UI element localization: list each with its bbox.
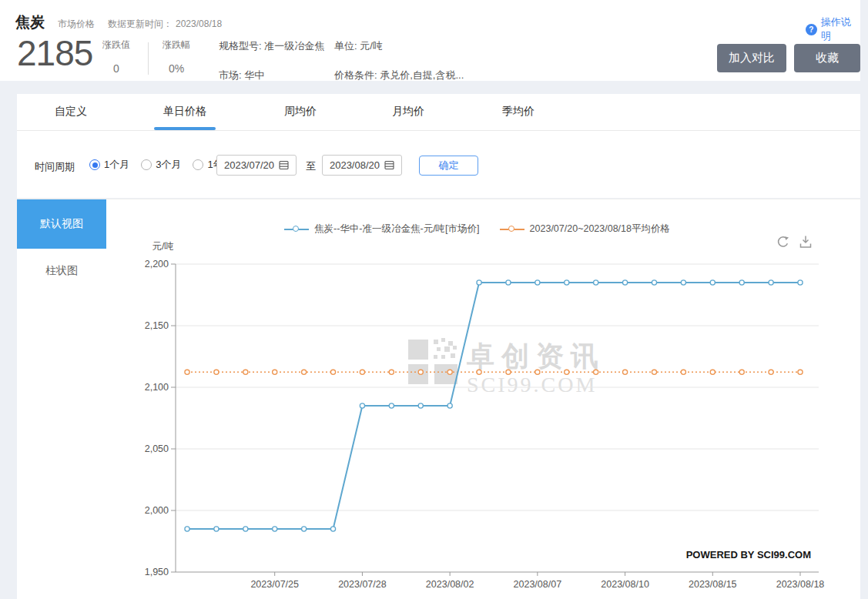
end-date-input[interactable]: 2023/08/20 <box>322 155 402 176</box>
powered-by-label: POWERED BY SCI99.COM <box>686 549 811 561</box>
start-date-value: 2023/07/20 <box>224 159 274 171</box>
tab-weekly-avg[interactable]: 周均价 <box>284 105 317 119</box>
question-circle-icon: ? <box>806 24 817 35</box>
change-value-label: 涨跌值 <box>96 38 136 52</box>
radio-label: 3个月 <box>156 158 181 172</box>
product-title: 焦炭 <box>15 12 45 32</box>
spec-info: 规格型号: 准一级冶金焦 <box>219 39 324 53</box>
page-header: 焦炭 市场价格 数据更新时间：2023/08/18 2185 涨跌值 0 涨跌幅… <box>0 0 860 81</box>
radio-3-month[interactable]: 3个月 <box>141 158 181 172</box>
legend-item-average-series[interactable]: 2023/07/20~2023/08/18平均价格 <box>500 223 670 236</box>
unit-info: 单位: 元/吨 <box>334 39 464 53</box>
line-circle-marker-icon <box>284 225 309 233</box>
filter-row: 时间周期 1个月 3个月 1年 2023/07/20 至 2023/08/20 … <box>17 150 860 185</box>
tab-custom[interactable]: 自定义 <box>55 105 87 119</box>
download-icon[interactable] <box>798 234 813 249</box>
favorite-button[interactable]: 收藏 <box>794 44 860 72</box>
update-time-value: 2023/08/18 <box>176 18 222 29</box>
price-condition-info: 价格条件: 承兑价,自提,含税... <box>334 69 464 82</box>
price-line-chart[interactable]: 1,9502,0002,0502,1002,1502,2002023/07/25… <box>17 199 860 599</box>
svg-text:2023/08/18: 2023/08/18 <box>776 579 825 590</box>
radio-1-month[interactable]: 1个月 <box>89 158 129 172</box>
radio-label: 1个月 <box>104 158 129 172</box>
tabs-filter-panel: 自定义 单日价格 周均价 月均价 季均价 时间周期 1个月 3个月 1年 202… <box>17 94 860 198</box>
change-pct-value: 0% <box>156 62 196 75</box>
calendar-icon <box>279 160 289 170</box>
help-label: 操作说明 <box>821 15 860 43</box>
legend-label: 焦炭--华中-准一级冶金焦-元/吨[市场价] <box>314 223 480 236</box>
chart-panel: 默认视图 柱状图 焦炭--华中-准一级冶金焦-元/吨[市场价] 2023/07/… <box>17 199 860 599</box>
active-tab-underline <box>154 127 216 130</box>
radio-icon <box>141 159 152 170</box>
legend-item-price-series[interactable]: 焦炭--华中-准一级冶金焦-元/吨[市场价] <box>284 223 480 236</box>
svg-text:2023/08/02: 2023/08/02 <box>426 579 474 590</box>
svg-text:2,100: 2,100 <box>145 382 169 393</box>
scrollbar[interactable] <box>860 0 868 599</box>
refresh-icon[interactable] <box>775 234 791 250</box>
svg-text:1,950: 1,950 <box>145 567 169 577</box>
help-link[interactable]: ? 操作说明 <box>806 15 860 43</box>
current-price: 2185 <box>17 32 92 74</box>
divider <box>148 42 149 75</box>
period-radio-group: 1个月 3个月 1年 <box>89 158 223 172</box>
calendar-icon <box>384 160 394 170</box>
update-time-label: 数据更新时间： <box>108 18 173 29</box>
tab-quarterly-avg[interactable]: 季均价 <box>502 105 535 119</box>
date-range-separator: 至 <box>306 159 316 173</box>
tab-daily-price[interactable]: 单日价格 <box>163 105 206 119</box>
svg-text:2023/08/10: 2023/08/10 <box>601 579 649 590</box>
add-compare-button[interactable]: 加入对比 <box>717 44 786 72</box>
end-date-value: 2023/08/20 <box>330 159 380 171</box>
start-date-input[interactable]: 2023/07/20 <box>216 155 297 176</box>
svg-text:2,150: 2,150 <box>145 320 169 331</box>
chart-legend: 焦炭--华中-准一级冶金焦-元/吨[市场价] 2023/07/20~2023/0… <box>132 223 822 236</box>
tab-monthly-avg[interactable]: 月均价 <box>392 105 424 119</box>
radio-icon <box>193 159 203 170</box>
market-info: 市场: 华中 <box>219 69 324 82</box>
confirm-button[interactable]: 确定 <box>419 156 478 176</box>
tab-bar: 自定义 单日价格 周均价 月均价 季均价 <box>17 94 860 131</box>
category-label: 市场价格 <box>58 18 95 31</box>
legend-label: 2023/07/20~2023/08/18平均价格 <box>530 223 670 236</box>
svg-text:2023/08/15: 2023/08/15 <box>689 579 737 590</box>
spec-market-column: 规格型号: 准一级冶金焦 市场: 华中 <box>219 39 324 82</box>
svg-text:2023/07/28: 2023/07/28 <box>338 579 387 590</box>
unit-condition-column: 单位: 元/吨 价格条件: 承兑价,自提,含税... <box>334 39 464 82</box>
svg-text:2023/08/07: 2023/08/07 <box>514 579 562 590</box>
line-circle-marker-icon <box>500 225 524 233</box>
update-time: 数据更新时间：2023/08/18 <box>108 18 225 31</box>
svg-text:2,000: 2,000 <box>145 505 169 516</box>
change-pct-label: 涨跌幅 <box>156 38 196 52</box>
change-pct-block: 涨跌幅 0% <box>156 38 196 75</box>
y-axis-unit-label: 元/吨 <box>129 240 174 253</box>
svg-text:2,050: 2,050 <box>145 443 169 454</box>
radio-icon <box>89 159 100 170</box>
change-value-block: 涨跌值 0 <box>96 38 136 75</box>
change-value: 0 <box>96 62 136 75</box>
period-label: 时间周期 <box>35 160 75 174</box>
svg-text:2023/07/25: 2023/07/25 <box>250 579 299 590</box>
svg-text:2,200: 2,200 <box>145 259 169 269</box>
